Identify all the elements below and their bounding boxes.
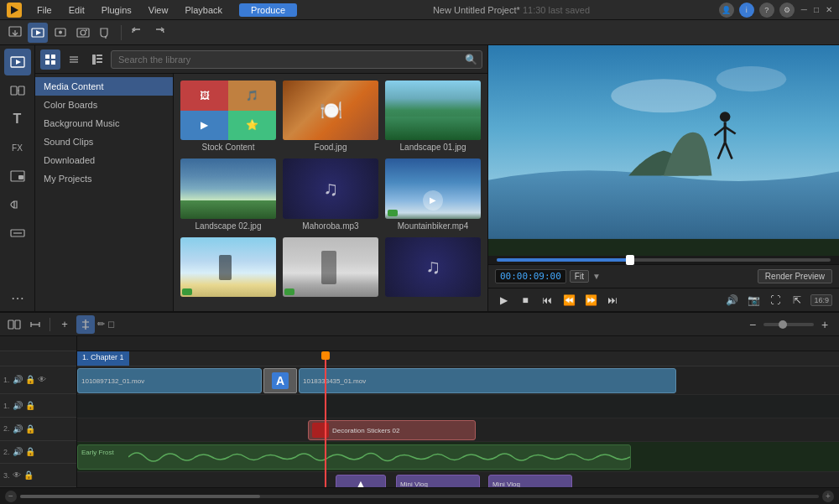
tl-clip-minivlog1[interactable]: Mini Vlog [396,475,480,487]
list-item[interactable]: Landscape 01.jpg [385,81,481,152]
zoom-thumb[interactable] [779,320,787,329]
nav-item-sound-clips[interactable]: Sound Clips [35,132,173,151]
next-step-button[interactable]: ⏩ [582,292,599,309]
tl-clip[interactable]: 1018333435_01.mov [299,368,676,393]
play-button[interactable]: ▶ [495,292,512,309]
zoom-slider[interactable] [763,323,814,326]
timeline-home-btn[interactable] [26,315,44,334]
timeline-playhead[interactable] [325,351,326,487]
scroll-left-btn[interactable]: − [5,491,17,502]
sidebar-item-transition[interactable] [4,77,31,104]
photo-button[interactable] [73,23,93,43]
list-item[interactable] [180,237,276,299]
track-eye-icon[interactable]: 👁 [38,375,46,384]
track-audio2-icon[interactable]: 🔊 [13,401,23,410]
snap-btn[interactable] [76,315,95,334]
track2-audio-icon[interactable]: 🔊 [13,424,23,434]
tl-clip[interactable]: 1010897132_01.mov [77,368,262,393]
sidebar-item-tools[interactable]: ⋯ [4,284,31,311]
track-lock-icon[interactable]: 🔒 [25,375,35,384]
external-icon[interactable]: ⇱ [789,292,805,309]
track3-lock-icon[interactable]: 🔒 [23,470,34,480]
timeline-mode-btn[interactable] [5,315,23,334]
tl-clip-minivlog2[interactable]: Mini Vlog [488,475,572,487]
nav-item-media-content[interactable]: Media Content [35,77,173,96]
list-item[interactable]: ♫ Mahoroba.mp3 [283,158,378,230]
effect-label: Mini Vlog [492,481,520,488]
nav-item-downloaded[interactable]: Downloaded [35,151,173,169]
svg-marker-4 [36,30,41,35]
info-icon[interactable]: i [739,3,754,18]
track3-eye-icon[interactable]: 👁 [13,470,21,480]
svg-rect-29 [96,58,102,60]
menu-view[interactable]: View [142,3,175,17]
settings-icon[interactable]: ⚙ [779,3,795,18]
track2-lock-icon[interactable]: 🔒 [25,424,35,434]
media-tab-grid[interactable] [40,49,60,70]
tl-clip-text[interactable]: A [263,368,297,393]
zoom-out-btn[interactable]: − [743,315,762,334]
maximize-button[interactable]: □ [814,5,819,14]
sidebar-item-subtitle[interactable] [4,220,31,247]
produce-button[interactable]: Produce [239,3,297,17]
list-item[interactable]: 🍽️ Food.jpg [283,81,378,152]
screen-record-button[interactable] [50,23,70,43]
list-item[interactable]: 🖼 🎵 ▶ ⭐ Stock Content [180,81,276,152]
playhead-marker[interactable] [321,351,330,360]
zoom-in-btn[interactable]: + [816,315,834,334]
account-icon[interactable]: 👤 [719,3,734,18]
preview-progress-bar[interactable] [497,258,831,262]
menu-plugins[interactable]: Plugins [95,3,138,17]
volume-icon[interactable]: 🔊 [723,292,740,309]
next-frame-button[interactable]: ⏭ [604,292,621,309]
prev-step-button[interactable]: ⏪ [560,292,577,309]
pencil-icon[interactable]: ✏ [97,319,105,330]
timeline-scrollbar[interactable] [20,495,819,498]
nav-item-color-boards[interactable]: Color Boards [35,96,173,114]
audio-button[interactable] [96,23,116,43]
nav-item-background-music[interactable]: Background Music [35,114,173,132]
undo-button[interactable] [127,23,147,43]
menu-file[interactable]: File [30,3,59,17]
media-tab-list[interactable] [64,49,84,70]
media-tab-button[interactable] [28,23,48,43]
sidebar-item-audio[interactable] [4,191,31,218]
media-search-input[interactable] [111,50,482,69]
menu-edit[interactable]: Edit [62,3,91,17]
redo-button[interactable] [149,23,169,43]
fit-dropdown-icon[interactable]: ▼ [592,272,601,281]
menu-playback[interactable]: Playback [178,3,229,17]
sidebar-item-pip[interactable] [4,163,31,190]
render-preview-button[interactable]: Render Preview [758,269,832,283]
eraser-icon[interactable]: ◻ [107,319,115,330]
fit-button[interactable]: Fit [570,270,589,283]
sidebar-item-text[interactable]: T [4,106,31,132]
list-item[interactable]: ♫ [385,237,481,299]
list-item[interactable]: Landscape 02.jpg [180,158,276,230]
media-tab-details[interactable] [87,49,107,70]
nav-item-my-projects[interactable]: My Projects [35,169,173,188]
import-button[interactable] [5,23,25,43]
sidebar-item-media[interactable] [4,49,31,75]
minimize-button[interactable]: ─ [801,5,807,14]
question-icon[interactable]: ? [759,3,774,18]
tl-clip-sticker[interactable]: Decoration Stickers 02 [308,420,476,440]
sidebar-item-fx[interactable]: FX [4,134,31,161]
stop-button[interactable]: ■ [517,292,534,309]
scroll-right-btn[interactable]: + [822,491,834,502]
list-item[interactable] [283,237,378,299]
audio-clip[interactable]: Early Frost [77,444,631,470]
snapshot-icon[interactable]: 📷 [745,292,762,309]
fullscreen-icon[interactable]: ⛶ [767,292,784,309]
tl-clip-effect-arrow[interactable]: ▲ [336,475,386,487]
track2-audio2-icon[interactable]: 🔊 [13,447,23,456]
add-track-btn[interactable]: + [55,315,74,334]
track-audio-icon[interactable]: 🔊 [13,375,23,384]
prev-frame-button[interactable]: ⏮ [539,292,555,309]
list-item[interactable]: ▶ Mountainbiker.mp4 [385,158,481,230]
track-lock2-icon[interactable]: 🔒 [25,401,35,410]
track2-lock2-icon[interactable]: 🔒 [25,447,35,456]
timeline-scroll-thumb[interactable] [20,495,260,498]
preview-progress-thumb[interactable] [626,255,634,265]
close-button[interactable]: ✕ [826,5,832,14]
